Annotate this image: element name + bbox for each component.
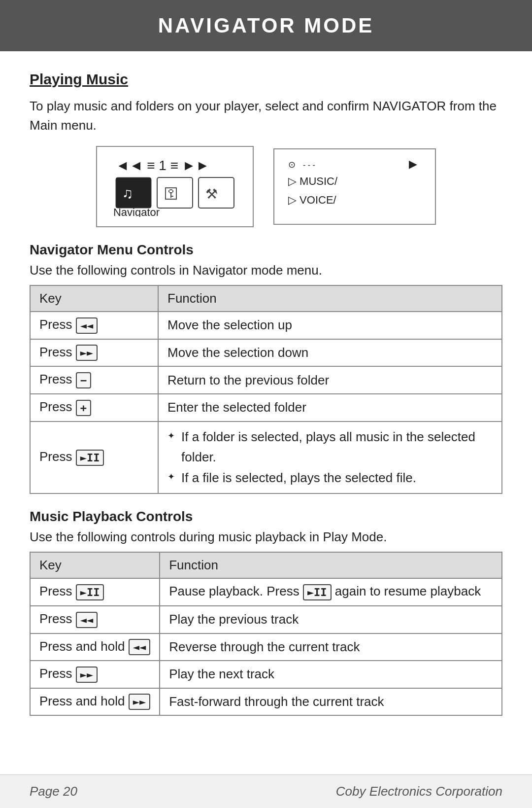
- table-row: Press ►► Play the next track: [30, 661, 502, 688]
- pb-row2-fn: Play the previous track: [160, 606, 502, 633]
- svg-text:◄◄  ≡  1  ≡  ►►: ◄◄ ≡ 1 ≡ ►►: [116, 158, 209, 173]
- footer-page: Page 20: [30, 784, 77, 799]
- main-content: Playing Music To play music and folders …: [0, 51, 532, 774]
- table-row: Press − Return to the previous folder: [30, 366, 502, 394]
- table-row: Press ►► Move the selection down: [30, 339, 502, 367]
- key-nexthold-pb: ►►: [129, 694, 151, 710]
- navigator-menu-section: Navigator Menu Controls Use the followin…: [30, 242, 502, 494]
- bullet-item: If a file is selected, plays the selecte…: [167, 468, 493, 489]
- key-playpause-pb1b: ►II: [303, 584, 332, 600]
- music-playback-intro: Use the following controls during music …: [30, 529, 502, 545]
- pb-row5-fn: Fast-forward through the current track: [160, 688, 502, 716]
- nav-row5-key: Press ►II: [30, 422, 158, 494]
- key-next: ►►: [76, 345, 98, 361]
- pb-col-key: Key: [30, 552, 160, 578]
- key-prev: ◄◄: [76, 317, 98, 334]
- navigator-menu-title: Navigator Menu Controls: [30, 242, 502, 258]
- table-row: Press and hold ►► Fast-forward through t…: [30, 688, 502, 716]
- screen-svg: ⊙ - - - ▶ ▷ MUSIC/ ▷ VOICE/: [283, 155, 426, 214]
- nav-row2-fn: Move the selection down: [158, 339, 502, 367]
- table-row: Press ◄◄ Play the previous track: [30, 606, 502, 633]
- svg-text:⚒: ⚒: [205, 186, 218, 202]
- pb-col-function: Function: [160, 552, 502, 578]
- key-prev-pb: ◄◄: [76, 612, 98, 628]
- pb-row1-key: Press ►II: [30, 578, 160, 606]
- table-row: Press and hold ◄◄ Reverse through the cu…: [30, 633, 502, 661]
- nav-row3-key: Press −: [30, 366, 158, 394]
- key-playpause-pb1: ►II: [76, 584, 104, 600]
- nav-row1-key: Press ◄◄: [30, 312, 158, 339]
- music-playback-table: Key Function Press ►II Pause playback. P…: [30, 552, 502, 716]
- nav-row4-key: Press +: [30, 394, 158, 422]
- device-images-row: ◄◄ ≡ 1 ≡ ►► ♫ ⚿ ⚒ Navigator: [30, 146, 502, 227]
- svg-rect-1: [116, 177, 151, 208]
- pb-row1-fn: Pause playback. Press ►II again to resum…: [160, 578, 502, 606]
- pb-row3-fn: Reverse through the current track: [160, 633, 502, 661]
- table-row: Press ►II Pause playback. Press ►II agai…: [30, 578, 502, 606]
- table-row: Press ►II If a folder is selected, plays…: [30, 422, 502, 494]
- nav-col-key: Key: [30, 285, 158, 312]
- pb-row2-key: Press ◄◄: [30, 606, 160, 633]
- playing-music-section: Playing Music To play music and folders …: [30, 71, 502, 716]
- svg-text:♫: ♫: [122, 185, 133, 201]
- footer-company: Coby Electronics Corporation: [336, 784, 502, 799]
- pb-row4-key: Press ►►: [30, 661, 160, 688]
- key-playpause: ►II: [76, 450, 104, 466]
- key-prevhold-pb: ◄◄: [129, 639, 151, 655]
- page-footer: Page 20 Coby Electronics Corporation: [0, 774, 532, 808]
- music-playback-section: Music Playback Controls Use the followin…: [30, 509, 502, 716]
- key-next-pb: ►►: [76, 667, 98, 683]
- table-row: Press + Enter the selected folder: [30, 394, 502, 422]
- device-screen: ⊙ - - - ▶ ▷ MUSIC/ ▷ VOICE/: [273, 148, 436, 225]
- page-header: NAVIGATOR MODE: [0, 0, 532, 51]
- navigator-menu-intro: Use the following controls in Navigator …: [30, 263, 502, 278]
- nav-row4-fn: Enter the selected folder: [158, 394, 502, 422]
- table-row: Press ◄◄ Move the selection up: [30, 312, 502, 339]
- key-minus: −: [76, 372, 91, 388]
- svg-text:▷ MUSIC/: ▷ MUSIC/: [288, 175, 338, 187]
- svg-text:- - -: - - -: [303, 161, 315, 169]
- key-plus: +: [76, 400, 91, 416]
- svg-text:▷ VOICE/: ▷ VOICE/: [288, 194, 337, 206]
- pb-row4-fn: Play the next track: [160, 661, 502, 688]
- nav-row3-fn: Return to the previous folder: [158, 366, 502, 394]
- nav-row5-fn: If a folder is selected, plays all music…: [158, 422, 502, 494]
- music-playback-title: Music Playback Controls: [30, 509, 502, 525]
- nav-row5-bullets: If a folder is selected, plays all music…: [167, 427, 493, 489]
- nav-row1-fn: Move the selection up: [158, 312, 502, 339]
- pb-row3-key: Press and hold ◄◄: [30, 633, 160, 661]
- svg-text:Navigator: Navigator: [113, 206, 160, 217]
- svg-text:⊙: ⊙: [288, 160, 296, 170]
- bullet-item: If a folder is selected, plays all music…: [167, 427, 493, 468]
- navigator-diagram: ◄◄ ≡ 1 ≡ ►► ♫ ⚿ ⚒ Navigator: [96, 146, 254, 227]
- nav-col-function: Function: [158, 285, 502, 312]
- header-title: NAVIGATOR MODE: [158, 14, 374, 37]
- svg-text:⚿: ⚿: [164, 185, 179, 202]
- nav-row2-key: Press ►►: [30, 339, 158, 367]
- navigator-menu-table: Key Function Press ◄◄ Move the selection…: [30, 285, 502, 494]
- navigator-svg: ◄◄ ≡ 1 ≡ ►► ♫ ⚿ ⚒ Navigator: [106, 153, 244, 217]
- svg-text:▶: ▶: [409, 158, 417, 170]
- playing-music-intro: To play music and folders on your player…: [30, 97, 502, 135]
- pb-row5-key: Press and hold ►►: [30, 688, 160, 716]
- playing-music-title: Playing Music: [30, 71, 502, 88]
